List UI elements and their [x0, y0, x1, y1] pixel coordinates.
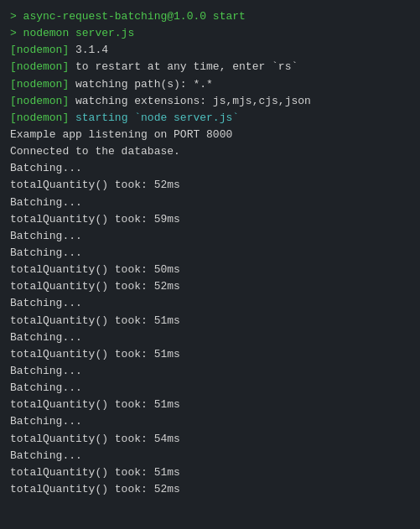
terminal-line: [nodemon] watching extensions: js,mjs,cj…	[10, 93, 410, 110]
terminal-line: Batching...	[10, 160, 410, 177]
terminal-window: > async-request-batching@1.0.0 start> no…	[0, 0, 420, 529]
terminal-line: Batching...	[10, 380, 410, 397]
terminal-line: Batching...	[10, 228, 410, 245]
terminal-line: totalQuantity() took: 59ms	[10, 211, 410, 228]
terminal-line: totalQuantity() took: 51ms	[10, 346, 410, 363]
terminal-line: totalQuantity() took: 51ms	[10, 397, 410, 413]
terminal-line: Batching...	[10, 448, 410, 464]
terminal-line: totalQuantity() took: 51ms	[10, 464, 410, 481]
terminal-line: Batching...	[10, 194, 410, 211]
terminal-line: Example app listening on PORT 8000	[10, 127, 410, 143]
terminal-line: [nodemon] to restart at any time, enter …	[10, 59, 410, 75]
terminal-line: > async-request-batching@1.0.0 start	[10, 8, 410, 25]
terminal-line: Connected to the database.	[10, 143, 410, 160]
terminal-line: Batching...	[10, 329, 410, 346]
terminal-line: totalQuantity() took: 52ms	[10, 481, 410, 498]
terminal-line: [nodemon] 3.1.4	[10, 42, 410, 59]
terminal-line: Batching...	[10, 295, 410, 312]
terminal-line: [nodemon] starting `node server.js`	[10, 110, 410, 127]
terminal-line: [nodemon] watching path(s): *.*	[10, 76, 410, 93]
terminal-line: totalQuantity() took: 54ms	[10, 431, 410, 448]
terminal-line: totalQuantity() took: 50ms	[10, 262, 410, 278]
terminal-line: Batching...	[10, 413, 410, 430]
terminal-line: totalQuantity() took: 51ms	[10, 313, 410, 329]
terminal-line: Batching...	[10, 245, 410, 262]
terminal-line: totalQuantity() took: 52ms	[10, 177, 410, 194]
terminal-line: totalQuantity() took: 52ms	[10, 278, 410, 295]
terminal-line: > nodemon server.js	[10, 25, 410, 42]
terminal-line: Batching...	[10, 363, 410, 380]
